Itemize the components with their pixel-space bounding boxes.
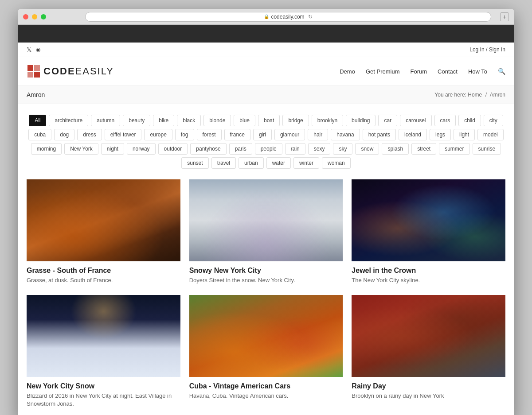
tag-item[interactable]: morning: [31, 143, 62, 155]
tag-item[interactable]: bike: [153, 115, 174, 126]
tag-item[interactable]: carousel: [400, 115, 431, 126]
tag-item[interactable]: legs: [430, 129, 451, 140]
photo-description: The New York City skyline.: [352, 276, 505, 284]
breadcrumb-home[interactable]: Home: [468, 92, 482, 98]
tag-item[interactable]: france: [224, 129, 250, 140]
tag-item[interactable]: boat: [258, 115, 280, 126]
photo-title[interactable]: Grasse - South of France: [27, 267, 180, 275]
tag-item[interactable]: winter: [293, 157, 319, 169]
site-logo[interactable]: CODEEASILY: [27, 64, 114, 78]
tag-item[interactable]: New York: [64, 143, 98, 155]
photo-grid: Grasse - South of FranceGrasse, at dusk.…: [27, 179, 505, 410]
minimize-button[interactable]: [32, 14, 37, 19]
tag-item[interactable]: pantyhose: [190, 143, 226, 155]
tag-item[interactable]: sunset: [181, 157, 208, 169]
photo-thumbnail[interactable]: [189, 295, 343, 377]
new-tab-button[interactable]: +: [500, 12, 509, 21]
tag-item[interactable]: water: [266, 157, 291, 169]
photo-thumbnail[interactable]: [189, 179, 343, 261]
tag-item[interactable]: splash: [382, 143, 409, 155]
photo-thumbnail[interactable]: [27, 179, 180, 261]
tag-item[interactable]: europe: [144, 129, 172, 140]
photo-thumbnail[interactable]: [352, 179, 505, 261]
tag-item[interactable]: night: [101, 143, 124, 155]
tag-item[interactable]: blue: [234, 115, 255, 126]
svg-rect-2: [27, 72, 33, 78]
photo-thumbnail[interactable]: [352, 295, 505, 377]
photo-title[interactable]: Snowy New York City: [189, 267, 343, 275]
photo-title[interactable]: Cuba - Vintage American Cars: [189, 382, 343, 390]
page-title: Amron: [27, 91, 45, 98]
tag-item[interactable]: dog: [54, 129, 74, 140]
tag-item[interactable]: snow: [355, 143, 379, 155]
tag-item[interactable]: beauty: [123, 115, 150, 126]
tag-item[interactable]: girl: [253, 129, 272, 140]
tag-item[interactable]: iceland: [399, 129, 427, 140]
tag-item[interactable]: havana: [331, 129, 360, 140]
tag-item[interactable]: autumn: [91, 115, 120, 126]
nav-contact[interactable]: Contact: [438, 68, 458, 75]
tag-item[interactable]: architecture: [49, 115, 88, 126]
tag-item[interactable]: sunrise: [473, 143, 501, 155]
photo-description: Doyers Street in the snow. New York City…: [189, 276, 343, 284]
tag-item[interactable]: hot pants: [363, 129, 396, 140]
tag-item[interactable]: blonde: [203, 115, 231, 126]
tag-item[interactable]: forest: [197, 129, 222, 140]
photo-image: [189, 179, 343, 261]
close-button[interactable]: [23, 14, 28, 19]
twitter-icon[interactable]: 𝕏: [27, 46, 31, 53]
search-icon[interactable]: 🔍: [498, 68, 505, 75]
tag-item[interactable]: sexy: [308, 143, 331, 155]
photo-title[interactable]: Rainy Day: [352, 382, 505, 390]
tag-item[interactable]: paris: [229, 143, 252, 155]
breadcrumb: You are here: Home / Amron: [434, 92, 505, 98]
tag-item[interactable]: summer: [439, 143, 469, 155]
photo-title[interactable]: Jewel in the Crown: [352, 267, 505, 275]
photo-info: Grasse - South of FranceGrasse, at dusk.…: [27, 261, 180, 286]
photo-title[interactable]: New York City Snow: [27, 382, 180, 390]
tag-item[interactable]: car: [378, 115, 397, 126]
tag-item[interactable]: black: [177, 115, 201, 126]
photo-card: Snowy New York CityDoyers Street in the …: [189, 179, 343, 286]
tag-item[interactable]: rain: [285, 143, 305, 155]
photo-description: Blizzard of 2016 in New York City at nig…: [27, 392, 180, 408]
photo-image: [352, 295, 505, 377]
logo-text: CODEEASILY: [43, 66, 114, 77]
tag-item[interactable]: cuba: [28, 129, 51, 140]
photo-thumbnail[interactable]: [27, 295, 180, 377]
maximize-button[interactable]: [41, 14, 46, 19]
tag-item[interactable]: norway: [127, 143, 156, 155]
tag-item[interactable]: bridge: [282, 115, 309, 126]
tag-item[interactable]: child: [458, 115, 481, 126]
photo-info: Jewel in the CrownThe New York City skyl…: [352, 261, 505, 286]
tag-item[interactable]: people: [255, 143, 282, 155]
refresh-icon[interactable]: ↻: [308, 14, 313, 20]
tag-item[interactable]: All: [29, 115, 46, 126]
photo-info: New York City SnowBlizzard of 2016 in Ne…: [27, 377, 180, 410]
tag-item[interactable]: fog: [175, 129, 194, 140]
rss-icon[interactable]: ◉: [36, 47, 40, 53]
nav-premium[interactable]: Get Premium: [366, 68, 400, 75]
tag-item[interactable]: street: [411, 143, 436, 155]
tag-item[interactable]: building: [346, 115, 376, 126]
nav-howto[interactable]: How To: [468, 68, 487, 75]
tag-item[interactable]: dress: [77, 129, 102, 140]
tag-item[interactable]: hair: [308, 129, 328, 140]
tag-item[interactable]: urban: [239, 157, 264, 169]
tag-item[interactable]: cars: [434, 115, 456, 126]
tag-item[interactable]: light: [454, 129, 475, 140]
tag-item[interactable]: travel: [211, 157, 236, 169]
tag-item[interactable]: glamour: [274, 129, 305, 140]
tag-item[interactable]: eiffel tower: [105, 129, 142, 140]
nav-forum[interactable]: Forum: [411, 68, 427, 75]
tag-item[interactable]: woman: [322, 157, 351, 169]
auth-link[interactable]: Log In / Sign In: [469, 47, 505, 53]
tag-item[interactable]: model: [477, 129, 504, 140]
tag-item[interactable]: outdoor: [158, 143, 188, 155]
tag-item[interactable]: sky: [333, 143, 352, 155]
tag-item[interactable]: city: [484, 115, 503, 126]
nav-demo[interactable]: Demo: [340, 68, 355, 75]
address-bar[interactable]: 🔒 codeasily.com ↻: [85, 12, 491, 22]
tag-item[interactable]: brooklyn: [312, 115, 343, 126]
photo-image: [27, 179, 180, 261]
